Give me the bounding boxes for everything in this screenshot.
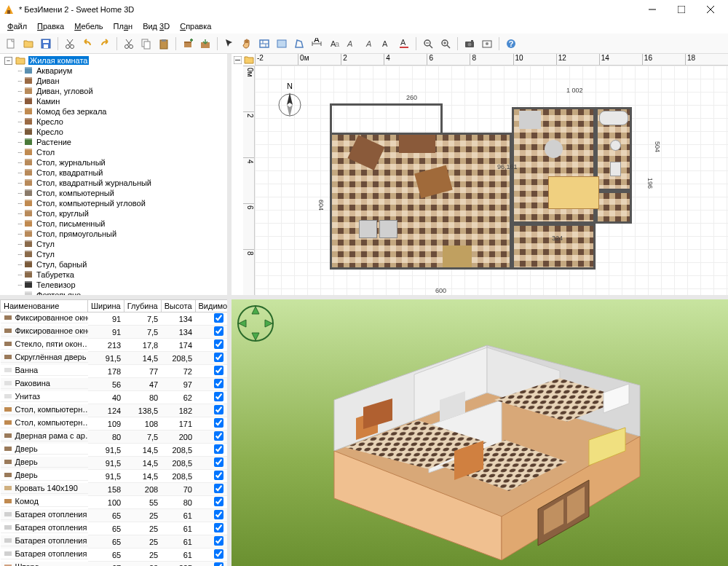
toolbar-frame-camera-button[interactable] bbox=[479, 36, 495, 52]
catalog-item[interactable]: ····Комод без зеркала bbox=[3, 106, 227, 117]
plan-furniture[interactable] bbox=[610, 140, 621, 151]
toolbar-dimension-button[interactable]: A bbox=[309, 36, 325, 52]
plan-furniture[interactable] bbox=[399, 135, 435, 153]
visibility-checkbox[interactable] bbox=[214, 536, 223, 546]
furniture-list-panel[interactable]: НаименованиеШиринаГлубинаВысотаВидимость… bbox=[0, 299, 227, 566]
catalog-item[interactable]: ····Аквариум bbox=[3, 66, 227, 76]
visibility-checkbox[interactable] bbox=[214, 326, 223, 336]
visibility-checkbox[interactable] bbox=[214, 510, 223, 519]
toolbar-cut-button[interactable] bbox=[121, 36, 137, 52]
table-header[interactable]: Ширина bbox=[88, 300, 124, 313]
catalog-item[interactable]: ····Стол, письменный bbox=[3, 219, 227, 229]
toolbar-text-edit-button[interactable]: A bbox=[344, 36, 360, 52]
table-row[interactable]: Батарея отопления652561 bbox=[1, 549, 228, 562]
toolbar-zoom-in-button[interactable] bbox=[438, 36, 454, 52]
visibility-checkbox[interactable] bbox=[214, 523, 223, 532]
visibility-checkbox[interactable] bbox=[214, 366, 223, 375]
toolbar-text-italic-button[interactable]: A bbox=[361, 36, 377, 52]
toolbar-room-button[interactable] bbox=[274, 36, 290, 52]
table-header[interactable]: Высота bbox=[161, 300, 195, 313]
visibility-checkbox[interactable] bbox=[214, 497, 223, 506]
toolbar-wall-button[interactable] bbox=[256, 36, 272, 52]
table-row[interactable]: Кровать 140х19015820870 bbox=[1, 483, 228, 496]
tree-collapse-icon[interactable]: − bbox=[4, 57, 12, 65]
room[interactable] bbox=[330, 103, 443, 135]
toolbar-paste-button[interactable] bbox=[156, 36, 172, 52]
toolbar-copy-button[interactable] bbox=[138, 36, 154, 52]
table-row[interactable]: Дверь91,514,5208,5 bbox=[1, 457, 228, 470]
catalog-item[interactable]: ····Стол, журнальный bbox=[3, 157, 227, 168]
catalog-item[interactable]: ····Стол bbox=[3, 147, 227, 157]
catalog-item[interactable]: ····Стул bbox=[3, 249, 227, 259]
table-row[interactable]: Батарея отопления652561 bbox=[1, 535, 228, 549]
catalog-item[interactable]: ····Диван bbox=[3, 76, 227, 86]
visibility-checkbox[interactable] bbox=[214, 484, 223, 493]
catalog-item[interactable]: ····Стул bbox=[3, 239, 227, 249]
catalog-item[interactable]: ····Стол, прямоугольный bbox=[3, 229, 227, 239]
table-row[interactable]: Батарея отопления652561 bbox=[1, 522, 228, 535]
view-3d-panel[interactable] bbox=[232, 299, 728, 566]
visibility-checkbox[interactable] bbox=[214, 549, 223, 559]
visibility-checkbox[interactable] bbox=[214, 379, 223, 388]
plan-furniture[interactable] bbox=[443, 245, 472, 267]
visibility-checkbox[interactable] bbox=[214, 405, 223, 414]
plan-toggle-button[interactable] bbox=[232, 54, 243, 66]
visibility-checkbox[interactable] bbox=[214, 313, 223, 323]
house-3d-model[interactable] bbox=[298, 305, 662, 560]
catalog-item[interactable]: ····Растение bbox=[3, 137, 227, 147]
catalog-item[interactable]: ····Стол, квадратный bbox=[3, 168, 227, 178]
toolbar-open-file-button[interactable] bbox=[20, 36, 36, 52]
catalog-item[interactable]: ····Стол, компьютерный bbox=[3, 188, 227, 198]
plan-furniture[interactable] bbox=[548, 176, 599, 209]
catalog-item[interactable]: ····Стул, барный bbox=[3, 259, 227, 270]
visibility-checkbox[interactable] bbox=[214, 431, 223, 441]
room[interactable] bbox=[596, 191, 632, 224]
table-row[interactable]: Стекло, пяти окон…21317,8174 bbox=[1, 339, 228, 352]
plan-furniture[interactable] bbox=[545, 140, 563, 158]
visibility-checkbox[interactable] bbox=[214, 418, 223, 428]
table-row[interactable]: Штора6723225 bbox=[1, 562, 228, 567]
table-row[interactable]: Комод1005580 bbox=[1, 496, 228, 509]
catalog-item[interactable]: ····Кресло bbox=[3, 127, 227, 137]
plan-furniture[interactable] bbox=[599, 111, 628, 125]
floor-plan[interactable] bbox=[330, 103, 632, 270]
visibility-checkbox[interactable] bbox=[214, 353, 223, 362]
minimize-button[interactable] bbox=[638, 0, 667, 19]
compass-icon[interactable]: N bbox=[275, 83, 304, 119]
toolbar-poly-button[interactable] bbox=[291, 36, 307, 52]
visibility-checkbox[interactable] bbox=[214, 392, 223, 401]
table-row[interactable]: Унитаз408062 bbox=[1, 391, 228, 404]
table-row[interactable]: Раковина564797 bbox=[1, 378, 228, 391]
toolbar-import-button[interactable] bbox=[197, 36, 213, 52]
visibility-checkbox[interactable] bbox=[214, 457, 223, 467]
toolbar-text-color-button[interactable]: A bbox=[396, 36, 412, 52]
catalog-item[interactable]: ····Кресло bbox=[3, 117, 227, 127]
plan-2d-panel[interactable]: -20м24681012141618 0м2468 N bbox=[232, 54, 728, 299]
catalog-item[interactable]: ····Диван, угловой bbox=[3, 86, 227, 96]
maximize-button[interactable] bbox=[667, 0, 696, 19]
table-row[interactable]: Дверь91,514,5208,5 bbox=[1, 470, 228, 483]
menu-файл[interactable]: Файл bbox=[3, 20, 31, 32]
visibility-checkbox[interactable] bbox=[214, 444, 223, 454]
table-row[interactable]: Скруглённая дверь91,514,5208,5 bbox=[1, 352, 228, 365]
catalog-item[interactable]: ····Фортепьяно bbox=[3, 290, 227, 299]
navigation-gizmo[interactable] bbox=[237, 305, 274, 342]
table-row[interactable]: Дверь91,514,5208,5 bbox=[1, 444, 228, 457]
toolbar-help-button[interactable]: ? bbox=[503, 36, 519, 52]
catalog-item[interactable]: ····Стол, компьютерный угловой bbox=[3, 198, 227, 208]
catalog-item[interactable]: ····Табуретка bbox=[3, 270, 227, 280]
catalog-category-label[interactable]: Жилая комната bbox=[28, 56, 89, 65]
visibility-checkbox[interactable] bbox=[214, 562, 223, 566]
close-button[interactable] bbox=[696, 0, 725, 19]
table-header[interactable]: Видимость bbox=[195, 300, 227, 313]
visibility-checkbox[interactable] bbox=[214, 471, 223, 480]
table-row[interactable]: Ванна1787772 bbox=[1, 365, 228, 378]
table-header[interactable]: Наименование bbox=[1, 300, 88, 313]
toolbar-new-file-button[interactable] bbox=[3, 36, 19, 52]
toolbar-save-button[interactable] bbox=[38, 36, 54, 52]
toolbar-add-furniture-button[interactable] bbox=[180, 36, 196, 52]
plan-furniture[interactable] bbox=[610, 162, 621, 176]
menu-мебель[interactable]: Мебель bbox=[70, 20, 107, 32]
table-row[interactable]: Фиксированное окно917,5134 bbox=[1, 313, 228, 326]
catalog-item[interactable]: ····Телевизор bbox=[3, 280, 227, 290]
